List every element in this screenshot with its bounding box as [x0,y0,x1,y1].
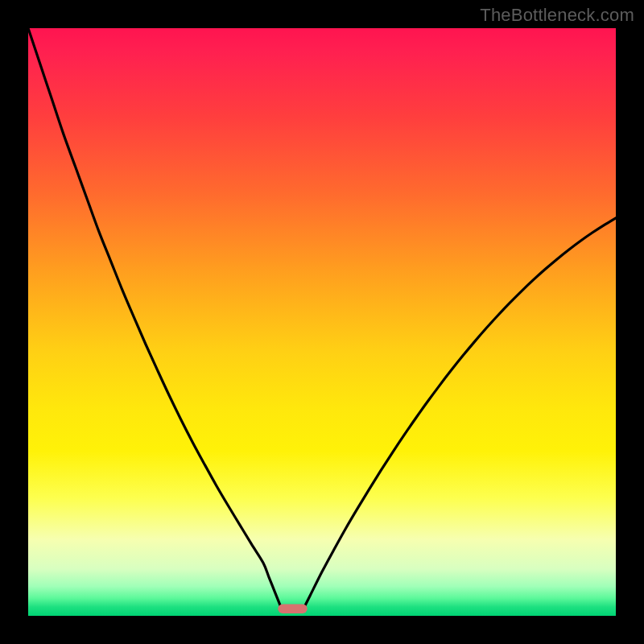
watermark-text: TheBottleneck.com [480,5,634,26]
chart-frame: TheBottleneck.com [0,0,644,644]
left-branch-curve [28,28,281,607]
curve-layer [28,28,616,616]
right-branch-curve [304,218,616,607]
plot-area [28,28,616,616]
bottom-pill-marker [278,604,308,613]
